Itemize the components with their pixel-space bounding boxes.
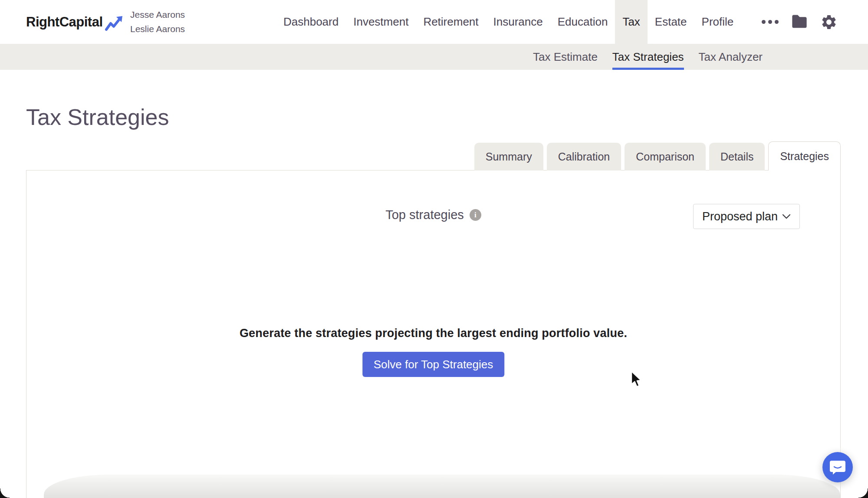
logo-text: RightCapital — [26, 14, 103, 30]
nav-item-retirement[interactable]: Retirement — [416, 0, 486, 44]
logo-trend-arrow-icon — [105, 16, 125, 33]
nav-item-profile[interactable]: Profile — [694, 0, 741, 44]
top-navbar: RightCapital Jesse Aarons Leslie Aarons … — [0, 0, 868, 44]
tab-calibration[interactable]: Calibration — [547, 143, 621, 170]
window-corner-bottom-right — [858, 488, 868, 498]
header-actions — [762, 0, 838, 44]
plan-selector-dropdown[interactable]: Proposed plan — [693, 204, 800, 229]
client-name-secondary: Leslie Aarons — [130, 22, 185, 36]
panel-heading: Top strategies — [385, 208, 464, 222]
nav-item-dashboard[interactable]: Dashboard — [276, 0, 346, 44]
chat-launcher-button[interactable] — [822, 452, 853, 482]
tab-comparison[interactable]: Comparison — [625, 143, 706, 170]
more-ellipsis-icon[interactable] — [762, 20, 779, 24]
client-switcher[interactable]: Jesse Aarons Leslie Aarons — [130, 7, 185, 36]
settings-gear-icon[interactable] — [820, 13, 838, 31]
chat-bubble-icon — [829, 459, 846, 475]
empty-state-message: Generate the strategies projecting the l… — [26, 327, 840, 340]
tab-summary[interactable]: Summary — [474, 143, 543, 170]
page-title: Tax Strategies — [26, 104, 169, 130]
tab-strategies[interactable]: Strategies — [768, 141, 841, 170]
strategies-panel: Top strategies i Proposed plan Generate … — [26, 170, 841, 498]
solve-top-strategies-button[interactable]: Solve for Top Strategies — [362, 352, 505, 377]
rightcapital-logo[interactable]: RightCapital — [26, 0, 125, 44]
main-nav: Dashboard Investment Retirement Insuranc… — [276, 0, 741, 44]
subnav-tax-analyzer[interactable]: Tax Analyzer — [699, 44, 763, 70]
info-icon[interactable]: i — [470, 209, 481, 221]
tax-subnav: Tax Estimate Tax Strategies Tax Analyzer — [0, 44, 868, 70]
bottom-scroll-edge — [44, 475, 840, 498]
chevron-down-icon — [782, 214, 791, 219]
strategy-tabs: Summary Calibration Comparison Details S… — [474, 141, 841, 170]
plan-selector-value: Proposed plan — [702, 210, 778, 223]
subnav-tax-strategies[interactable]: Tax Strategies — [612, 44, 684, 70]
folder-icon[interactable] — [790, 14, 809, 30]
client-name-primary: Jesse Aarons — [130, 7, 185, 22]
app-window: RightCapital Jesse Aarons Leslie Aarons … — [0, 0, 868, 498]
nav-item-estate[interactable]: Estate — [648, 0, 694, 44]
nav-item-education[interactable]: Education — [550, 0, 615, 44]
nav-item-insurance[interactable]: Insurance — [486, 0, 550, 44]
nav-item-tax[interactable]: Tax — [615, 0, 647, 44]
subnav-tax-estimate[interactable]: Tax Estimate — [533, 44, 598, 70]
nav-item-investment[interactable]: Investment — [346, 0, 416, 44]
tab-details[interactable]: Details — [709, 143, 765, 170]
window-corner-bottom-left — [0, 488, 10, 498]
